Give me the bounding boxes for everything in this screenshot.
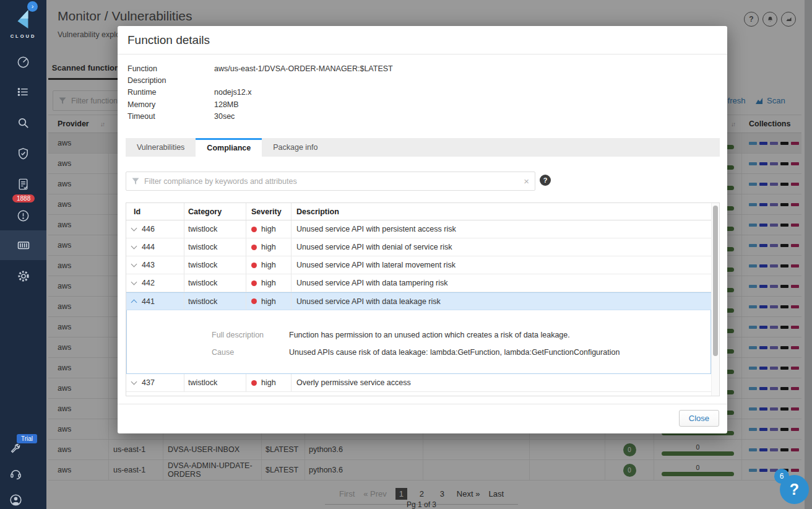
logo-text: CLOUD	[0, 33, 46, 39]
compliance-filter-input[interactable]	[144, 177, 519, 186]
compliance-row[interactable]: 437twistlockhighOverly permissive servic…	[126, 374, 711, 392]
sidebar-item-containers[interactable]	[0, 230, 46, 260]
modal-header: Function details	[118, 26, 727, 54]
detail-line: Full descriptionFunction has permission …	[127, 326, 710, 344]
id-cell: 441	[126, 293, 184, 310]
description-cell: Unused service API with lateral movement…	[292, 256, 711, 274]
severity-dot-icon	[251, 227, 257, 232]
sidebar-item-monitor[interactable]	[0, 139, 46, 168]
clear-filter-icon[interactable]: ×	[524, 176, 529, 186]
row-details-panel: Full descriptionFunction has permission …	[126, 310, 711, 374]
document-check-icon	[16, 177, 30, 191]
severity-cell: high	[246, 220, 292, 238]
id-cell: 444	[126, 238, 184, 256]
severity-cell: high	[246, 274, 292, 292]
severity-label: high	[261, 378, 276, 387]
severity-label: high	[261, 297, 276, 306]
severity-dot-icon	[251, 298, 257, 304]
wrench-icon	[9, 442, 22, 456]
severity-cell: high	[246, 238, 292, 256]
description-cell: Unused service API with persistent acces…	[292, 220, 711, 238]
chevron-down-icon[interactable]	[131, 261, 137, 268]
help-fab-button[interactable]: ?	[780, 475, 809, 504]
gear-icon	[16, 269, 31, 284]
col-description[interactable]: Description	[292, 203, 711, 220]
category-cell: twistlock	[184, 256, 246, 274]
headset-icon	[9, 467, 23, 481]
sidebar-item-dashboard[interactable]	[0, 47, 46, 77]
compliance-row[interactable]: 443twistlockhighUnused service API with …	[126, 256, 711, 274]
compliance-id: 441	[142, 297, 155, 306]
compliance-row[interactable]: 442twistlockhighUnused service API with …	[126, 274, 711, 292]
compliance-scrollbar[interactable]	[711, 203, 719, 396]
description-cell: Unused service API with data leakage ris…	[292, 293, 711, 310]
user-icon	[9, 493, 23, 507]
detail-value: 30sec	[214, 111, 235, 123]
detail-line-value: Function has permission to an unused act…	[289, 326, 570, 344]
compliance-row[interactable]: 441twistlockhighUnused service API with …	[126, 292, 711, 310]
detail-label: Memory	[127, 99, 214, 111]
description-cell: Unused service API with denial of servic…	[292, 238, 711, 256]
modal-tabs: Vulnerabilities Compliance Package info	[126, 138, 720, 157]
prisma-cloud-logo-icon	[13, 9, 34, 30]
severity-label: high	[261, 243, 276, 251]
detail-label: Runtime	[127, 87, 214, 98]
compliance-filter[interactable]: ×	[126, 172, 535, 191]
alerts-count-badge: 1888	[12, 194, 35, 202]
scrollbar-thumb[interactable]	[713, 206, 718, 356]
severity-cell: high	[246, 293, 292, 310]
compliance-id: 444	[142, 243, 155, 251]
detail-value: nodejs12.x	[214, 87, 251, 98]
detail-line-value: Unused APIs cause risk of data leakage: …	[289, 344, 620, 361]
category-cell: twistlock	[184, 374, 246, 391]
detail-label: Description	[127, 75, 214, 87]
severity-label: high	[261, 279, 276, 287]
sidebar-item-profile[interactable]	[0, 485, 31, 509]
filter-help-icon[interactable]: ?	[540, 175, 551, 186]
chevron-down-icon[interactable]	[131, 379, 137, 385]
sidebar-item-alerts[interactable]	[0, 201, 46, 230]
category-cell: twistlock	[184, 238, 246, 256]
tab-package-info[interactable]: Package info	[262, 138, 329, 157]
compliance-row[interactable]: 446twistlockhighUnused service API with …	[126, 220, 711, 238]
app-logo: CLOUD	[0, 9, 46, 39]
id-cell: 446	[126, 220, 184, 238]
severity-cell: high	[246, 256, 292, 274]
chevron-down-icon[interactable]	[131, 225, 137, 232]
sidebar-item-defend[interactable]	[0, 77, 46, 107]
chevron-up-icon[interactable]	[131, 299, 137, 305]
close-button[interactable]: Close	[679, 410, 719, 427]
alert-circle-icon	[16, 209, 30, 223]
col-id[interactable]: Id	[126, 203, 184, 220]
sidebar: › CLOUD 1888	[0, 0, 46, 509]
function-details-list: Functionaws/us-east-1/DVSA-ORDER-MANAGER…	[127, 63, 393, 123]
col-category[interactable]: Category	[184, 203, 246, 220]
function-details-modal: Function details Functionaws/us-east-1/D…	[118, 26, 727, 433]
category-cell: twistlock	[184, 220, 246, 238]
tab-vulnerabilities[interactable]: Vulnerabilities	[126, 138, 196, 157]
id-cell: 443	[126, 256, 184, 274]
search-icon	[16, 116, 30, 130]
detail-line: CauseUnused APIs cause risk of data leak…	[127, 344, 710, 361]
col-severity[interactable]: Severity	[246, 203, 292, 220]
compliance-table-body: 446twistlockhighUnused service API with …	[126, 220, 711, 392]
sidebar-item-settings[interactable]	[0, 261, 46, 291]
compliance-id: 437	[142, 378, 155, 387]
filter-funnel-icon	[132, 178, 139, 185]
compliance-table-header: Id Category Severity Description	[126, 203, 711, 220]
sidebar-item-search[interactable]	[0, 108, 46, 137]
description-cell: Overly permissive service access	[292, 374, 711, 391]
shield-check-icon	[16, 147, 30, 161]
compliance-id: 446	[142, 225, 155, 233]
compliance-row[interactable]: 444twistlockhighUnused service API with …	[126, 238, 711, 256]
severity-dot-icon	[251, 263, 257, 268]
modal-title: Function details	[127, 33, 210, 47]
detail-label: Timeout	[127, 111, 214, 123]
chevron-down-icon[interactable]	[131, 243, 137, 250]
compliance-table-inner: Id Category Severity Description 446twis…	[126, 203, 711, 396]
severity-dot-icon	[251, 380, 257, 386]
sidebar-item-support[interactable]	[0, 459, 31, 489]
tab-compliance[interactable]: Compliance	[196, 138, 262, 157]
chevron-down-icon[interactable]	[131, 279, 137, 285]
sidebar-expand-icon[interactable]: ›	[27, 1, 38, 12]
